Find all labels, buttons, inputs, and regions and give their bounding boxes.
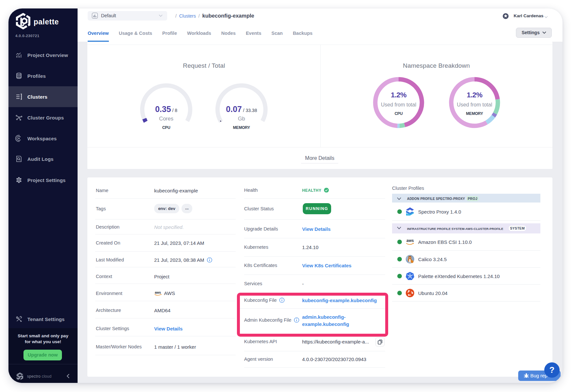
svg-text:aws: aws — [155, 291, 161, 294]
svg-text:aws: aws — [406, 238, 414, 243]
